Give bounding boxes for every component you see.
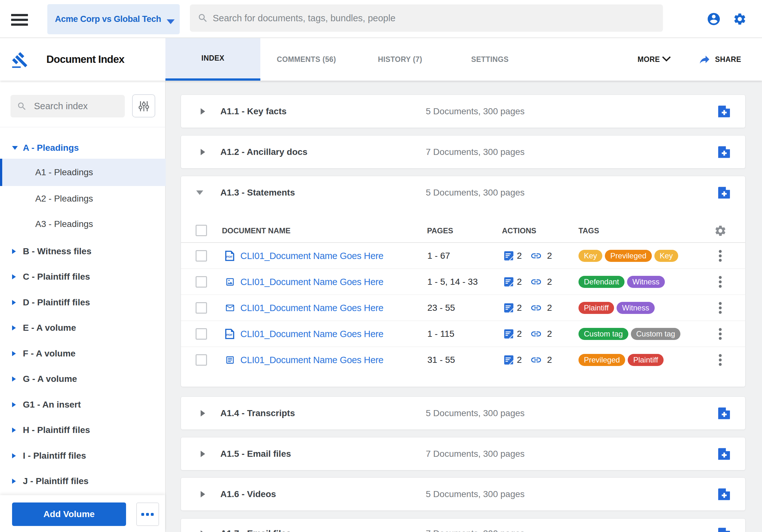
svg-text:PDF: PDF [226,333,233,337]
svg-text:PDF: PDF [226,255,233,259]
